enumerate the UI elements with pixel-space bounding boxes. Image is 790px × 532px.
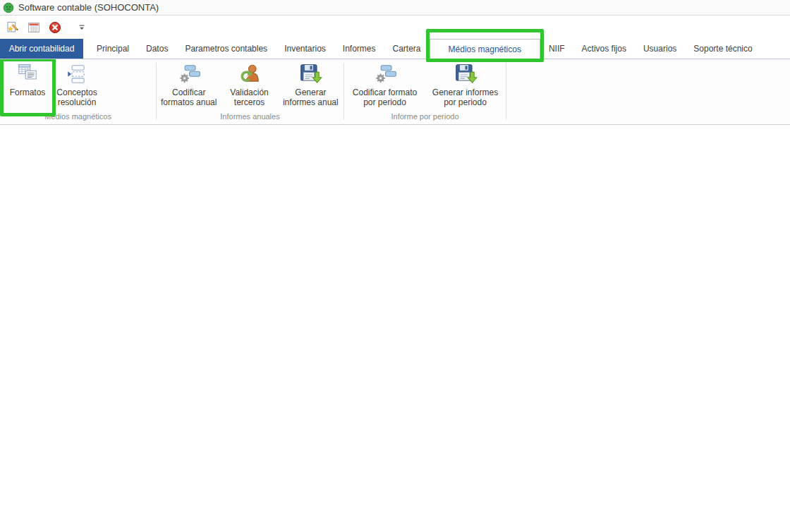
ribbon: Formatos Conceptos resolución M — [0, 59, 790, 125]
quick-access-toolbar — [0, 16, 790, 39]
tab-datos[interactable]: Datos — [138, 39, 176, 59]
calendar-icon — [28, 21, 40, 34]
gear-blocks-icon — [373, 62, 397, 86]
close-red-icon — [49, 21, 61, 34]
button-label: Conceptos resolución — [54, 87, 100, 107]
wizard-button[interactable] — [5, 20, 20, 35]
wizard-icon — [6, 21, 19, 34]
conceptos-resolucion-button[interactable]: Conceptos resolución — [51, 61, 102, 111]
formatos-button[interactable]: Formatos — [4, 61, 51, 111]
generar-informes-anual-button[interactable]: Generar informes anual — [278, 61, 344, 111]
title-bar: Software contable (SOHOCONTA) — [0, 0, 790, 16]
tab-usuarios[interactable]: Usuarios — [635, 39, 685, 59]
ribbon-group-informes-anuales: Codificar formatos anual Validación terc… — [157, 59, 344, 124]
content-area — [0, 125, 790, 532]
tab-medios-magneticos[interactable]: Médios magnéticos — [430, 39, 540, 59]
tab-principal[interactable]: Principal — [88, 39, 138, 59]
ribbon-group-divider — [506, 63, 506, 120]
ribbon-tab-row: Abrir contabilidad Principal Datos Param… — [0, 39, 790, 59]
gear-blocks-icon — [177, 62, 201, 86]
abrir-contabilidad-button[interactable]: Abrir contabilidad — [0, 39, 83, 59]
exit-button[interactable] — [47, 20, 63, 35]
tab-inventarios[interactable]: Inventarios — [276, 39, 334, 59]
tab-soporte-tecnico[interactable]: Soporte técnico — [685, 39, 760, 59]
concepts-list-icon — [65, 62, 89, 86]
toolbar-options-button[interactable] — [74, 20, 90, 35]
tab-activos-fijos[interactable]: Activos fijos — [573, 39, 635, 59]
group-label-informes-anuales: Informes anuales — [157, 112, 344, 124]
button-label: Validación terceros — [224, 87, 274, 107]
calendar-button[interactable] — [26, 20, 42, 35]
app-icon — [3, 2, 14, 13]
ribbon-group-informe-por-periodo: Codificar formato por periodo Gene — [344, 59, 506, 124]
group-label-informe-por-periodo: Informe por periodo — [344, 112, 506, 124]
generar-informes-por-periodo-button[interactable]: Generar informes por periodo — [426, 61, 505, 111]
ribbon-group-medios-magneticos: Formatos Conceptos resolución M — [0, 59, 156, 124]
button-label: Codificar formato por periodo — [348, 87, 423, 107]
button-label: Codificar formatos anual — [159, 87, 219, 107]
save-arrow-icon — [454, 62, 478, 86]
codificar-formatos-anual-button[interactable]: Codificar formatos anual — [157, 61, 221, 111]
save-arrow-icon — [298, 62, 322, 86]
codificar-formato-por-periodo-button[interactable]: Codificar formato por periodo — [346, 61, 425, 111]
tab-niif[interactable]: NIIF — [540, 39, 573, 59]
button-label: Formatos — [10, 87, 46, 97]
button-label: Generar informes por periodo — [428, 87, 503, 107]
window-title: Software contable (SOHOCONTA) — [18, 2, 159, 13]
button-label: Generar informes anual — [280, 87, 341, 107]
app-window: Software contable (SOHOCONTA) — [0, 0, 790, 532]
chevron-down-icon — [78, 23, 86, 32]
validacion-terceros-button[interactable]: Validación terceros — [222, 61, 276, 111]
tab-informes[interactable]: Informes — [334, 39, 384, 59]
formats-tables-icon — [16, 62, 40, 86]
tab-label: Médios magnéticos — [449, 44, 521, 54]
person-validate-icon — [238, 62, 262, 86]
tab-cartera[interactable]: Cartera — [384, 39, 430, 59]
tab-parametros-contables[interactable]: Parametros contables — [176, 39, 276, 59]
group-label-medios-magneticos: Medios magnéticos — [0, 112, 156, 124]
